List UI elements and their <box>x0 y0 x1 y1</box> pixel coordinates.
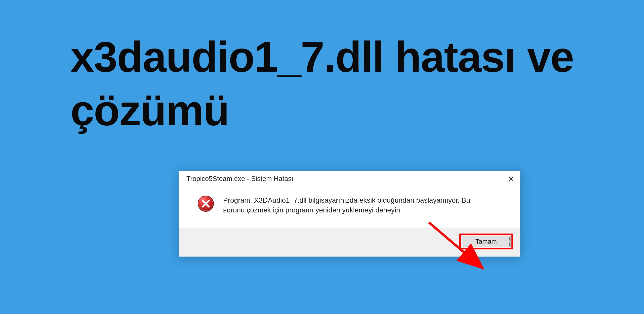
ok-button[interactable]: Tamam <box>462 236 511 247</box>
dialog-footer: Tamam <box>179 228 520 256</box>
highlight-box: Tamam <box>459 234 513 249</box>
error-icon <box>197 195 214 213</box>
dialog-title: Tropico5Steam.exe - Sistem Hatası <box>186 175 293 183</box>
dialog-titlebar[interactable]: Tropico5Steam.exe - Sistem Hatası ✕ <box>179 171 520 186</box>
dialog-body: Program, X3DAudio1_7.dll bilgisayarınızd… <box>179 186 520 228</box>
close-button[interactable]: ✕ <box>507 175 515 183</box>
close-icon: ✕ <box>508 174 514 183</box>
dialog-message: Program, X3DAudio1_7.dll bilgisayarınızd… <box>223 195 508 215</box>
error-dialog: Tropico5Steam.exe - Sistem Hatası ✕ Prog… <box>179 171 520 257</box>
page-headline: x3daudio1_7.dll hatası ve çözümü <box>70 30 599 137</box>
